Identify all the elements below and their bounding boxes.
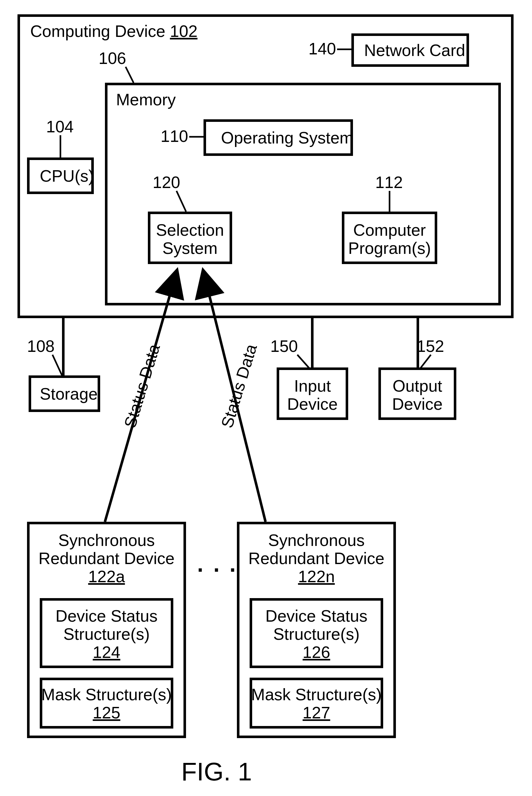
ellipsis-dots: . . .: [197, 552, 238, 576]
computing-device-title-text: Computing Device: [30, 22, 165, 40]
figure-1-diagram: Computing Device 102 Network Card 140 Me…: [0, 0, 532, 796]
status-data-left-label: Status Data: [121, 342, 164, 430]
input-connector: [311, 318, 314, 375]
dss-a-label: Device Status Structure(s) 124: [40, 607, 173, 662]
mask-n-label: Mask Structure(s) 127: [250, 686, 383, 722]
output-device-ref: 152: [417, 337, 444, 355]
computer-programs-label: Computer Program(s): [342, 221, 437, 257]
selection-system-label: Selection System: [148, 221, 232, 257]
output-device-line2: Device: [392, 395, 443, 413]
network-card-label: Network Card: [364, 41, 465, 59]
computer-programs-line2: Program(s): [348, 239, 431, 257]
srd-n-line1: Synchronous: [268, 531, 365, 550]
dss-n-line1: Device Status: [266, 607, 367, 625]
storage-label: Storage: [40, 385, 98, 403]
storage-connector: [62, 318, 64, 375]
selection-system-line1: Selection: [156, 221, 224, 239]
input-device-ref: 150: [270, 337, 298, 355]
input-device-label: Input Device: [277, 377, 348, 413]
memory-label: Memory: [116, 91, 176, 109]
dss-a-line1: Device Status: [56, 607, 158, 625]
computing-device-ref: 102: [170, 22, 197, 40]
selection-system-ref: 120: [153, 173, 180, 191]
dss-n-label: Device Status Structure(s) 126: [250, 607, 383, 662]
mask-n-ref: 127: [303, 703, 330, 722]
computing-device-title: Computing Device 102: [30, 22, 197, 40]
dss-n-ref: 126: [303, 643, 330, 662]
figure-caption: FIG. 1: [181, 757, 252, 786]
operating-system-label: Operating System: [221, 129, 353, 147]
cpu-label: CPU(s): [40, 167, 94, 185]
output-device-label: Output Device: [378, 377, 456, 413]
selection-system-line2: System: [163, 239, 217, 257]
srd-n-ref: 122n: [298, 567, 335, 586]
network-card-ref: 140: [308, 40, 336, 58]
memory-ref: 106: [99, 49, 126, 68]
srd-a-line1: Synchronous: [58, 531, 155, 550]
input-device-line1: Input: [294, 377, 331, 395]
srd-a-title: Synchronous Redundant Device 122a: [27, 531, 186, 586]
svg-line-8: [53, 355, 62, 375]
cpu-ref: 104: [46, 118, 74, 136]
mask-n-line1: Mask Structure(s): [251, 685, 382, 704]
input-device-line2: Device: [287, 395, 338, 413]
mask-a-line1: Mask Structure(s): [41, 685, 172, 704]
mask-a-label: Mask Structure(s) 125: [40, 686, 173, 722]
storage-ref: 108: [27, 337, 55, 355]
computer-programs-ref: 112: [375, 173, 403, 191]
memory-box: [105, 83, 501, 306]
srd-a-line2: Redundant Device: [38, 549, 175, 568]
svg-line-9: [297, 355, 310, 369]
output-device-line1: Output: [393, 377, 442, 395]
dss-a-line2: Structure(s): [63, 625, 150, 643]
svg-line-10: [420, 355, 431, 369]
srd-a-ref: 122a: [88, 567, 125, 586]
mask-a-ref: 125: [93, 703, 120, 722]
operating-system-ref: 110: [160, 127, 188, 145]
dss-a-ref: 124: [93, 643, 120, 662]
computer-programs-line1: Computer: [353, 221, 426, 239]
dss-n-line2: Structure(s): [273, 625, 360, 643]
status-data-right-label: Status Data: [218, 342, 261, 430]
srd-n-title: Synchronous Redundant Device 122n: [237, 531, 396, 586]
srd-n-line2: Redundant Device: [248, 549, 384, 568]
